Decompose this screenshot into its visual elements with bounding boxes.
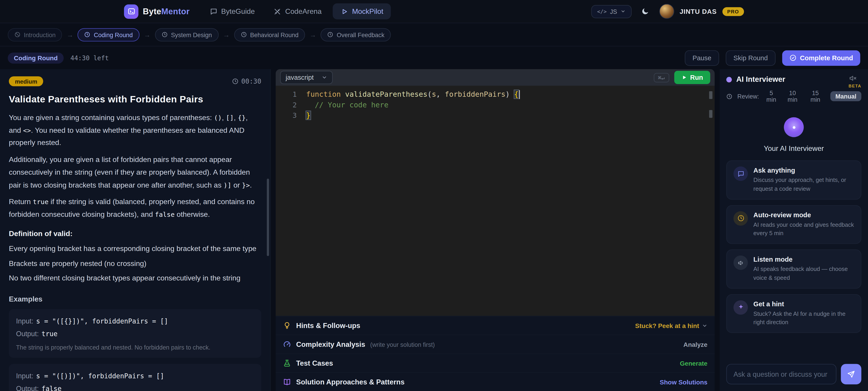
clock-icon (241, 31, 247, 38)
run-button[interactable]: Run (674, 71, 710, 84)
step-coding-round[interactable]: Coding Round (78, 28, 140, 41)
arrow-icon: → (223, 31, 229, 38)
language-selector[interactable]: </> JS (591, 5, 631, 18)
theme-toggle[interactable] (637, 3, 653, 20)
difficulty-badge: medium (9, 76, 43, 86)
output-label: Output: (16, 330, 39, 338)
card-title: Listen mode (753, 256, 854, 263)
round-control-bar: Coding Round 44:30 left Pause Skip Round… (0, 46, 868, 69)
review-label: Review: (737, 93, 759, 99)
nav-codearena[interactable]: CodeArena (266, 3, 329, 20)
arrow-icon: → (310, 31, 316, 38)
problem-title: Validate Parentheses with Forbidden Pair… (9, 94, 261, 105)
nav-byteguide[interactable]: ByteGuide (202, 3, 262, 20)
analyze-label: Analyze (683, 341, 708, 348)
primary-nav: ByteGuide CodeArena MockPilot (202, 3, 391, 20)
problem-paragraph: You are given a string containing variou… (9, 112, 261, 149)
example-output: true (41, 330, 58, 338)
card-desc: AI speaks feedback aloud — choose voice … (753, 265, 854, 282)
play-icon (681, 75, 687, 80)
mute-button[interactable]: BETA (848, 74, 861, 88)
show-solutions-button[interactable]: Show Solutions (660, 379, 708, 385)
chevron-down-icon (702, 323, 708, 328)
step-introduction[interactable]: Introduction (8, 28, 62, 41)
nav-mockpilot[interactable]: MockPilot (333, 3, 391, 20)
problem-paragraph: Additionally, you are given a list of fo… (9, 154, 261, 191)
play-icon (340, 7, 348, 15)
listen-mode-card[interactable]: Listen mode AI speaks feedback aloud — c… (726, 250, 861, 288)
language-selector-value: JS (610, 8, 617, 14)
analyze-button[interactable]: Analyze (683, 341, 708, 348)
code-editor: javascript ⌘↵ Run 1 function validatePar… (276, 69, 715, 316)
send-button[interactable] (841, 364, 861, 384)
speaker-mute-icon (848, 74, 861, 83)
chat-bubble-icon (734, 166, 748, 181)
editor-language-select[interactable]: javascript (280, 71, 333, 84)
clock-icon (232, 78, 239, 85)
auto-review-card[interactable]: Auto-review mode AI reads your code and … (726, 205, 861, 244)
generate-tests-button[interactable]: Generate (680, 360, 708, 366)
beta-badge: BETA (848, 84, 861, 89)
complexity-section[interactable]: Complexity Analysis (write your solution… (276, 335, 715, 353)
card-title: Auto-review mode (753, 211, 854, 219)
step-overall-feedback[interactable]: Overall Feedback (321, 28, 391, 41)
hints-section[interactable]: Hints & Follow-ups Stuck? Peek at a hint (276, 316, 715, 335)
book-icon (283, 378, 291, 386)
card-title: Get a hint (753, 300, 854, 307)
rule-line: Brackets are properly nested (no crossin… (9, 258, 261, 269)
gauge-icon (283, 340, 291, 349)
pause-button[interactable]: Pause (685, 50, 719, 65)
nav-byteguide-label: ByteGuide (221, 7, 255, 15)
get-hint-card[interactable]: Get a hint Stuck? Ask the AI for a nudge… (726, 294, 861, 333)
rule-line: Every opening bracket has a correspondin… (9, 243, 261, 255)
clock-icon (734, 211, 748, 225)
flask-icon (283, 359, 291, 367)
test-cases-title: Test Cases (296, 359, 333, 367)
ask-anything-card[interactable]: Ask anything Discuss your approach, get … (726, 160, 861, 199)
bytementor-logo-icon (124, 4, 138, 18)
review-10min-option[interactable]: 10 min (784, 90, 802, 103)
clock-icon (161, 31, 167, 38)
problem-timer: 00:30 (232, 77, 261, 85)
avatar[interactable] (659, 4, 674, 19)
review-interval-row: Review: 5 min 10 min 15 min Manual (726, 90, 861, 103)
ai-question-input[interactable] (726, 364, 836, 384)
step-system-design[interactable]: System Design (155, 28, 219, 41)
code-line: 3 } (276, 110, 715, 121)
speaker-icon (734, 256, 748, 270)
run-shortcut-hint: ⌘↵ (653, 73, 669, 82)
skip-round-button[interactable]: Skip Round (725, 50, 775, 65)
solutions-section[interactable]: Solution Approaches & Patterns Show Solu… (276, 372, 715, 391)
step-behavioral-round[interactable]: Behavioral Round (234, 28, 305, 41)
problem-paragraph: Return true if the string is valid (bala… (9, 196, 261, 221)
user-name: JINTU DAS (680, 7, 716, 15)
input-label: Input: (16, 318, 33, 325)
chevron-down-icon (321, 75, 327, 80)
problem-timer-value: 00:30 (241, 77, 261, 85)
code-area[interactable]: 1 function validateParentheses(s, forbid… (276, 86, 715, 316)
card-title: Ask anything (753, 166, 854, 174)
code-line: 2 // Your code here (276, 99, 715, 110)
step-label: System Design (171, 31, 212, 38)
brand[interactable]: ByteMentor (124, 4, 190, 18)
step-label: Behavioral Round (250, 31, 299, 38)
ai-interviewer-panel: AI Interviewer BETA Review: 5 min 10 min… (720, 69, 868, 391)
review-manual-option[interactable]: Manual (830, 91, 861, 101)
review-5min-option[interactable]: 5 min (764, 90, 778, 103)
scrollbar-thumb[interactable] (267, 179, 269, 256)
generate-label: Generate (680, 360, 708, 366)
step-label: Introduction (24, 31, 56, 38)
problem-panel: medium 00:30 Validate Parentheses with F… (0, 69, 271, 391)
example-output: false (41, 385, 61, 391)
review-15min-option[interactable]: 15 min (806, 90, 824, 103)
code-icon: </> (597, 8, 607, 14)
run-label: Run (690, 74, 703, 81)
minimap-mark (709, 91, 712, 99)
complete-round-button[interactable]: Complete Round (782, 50, 860, 65)
test-cases-section[interactable]: Test Cases Generate (276, 353, 715, 372)
complete-round-label: Complete Round (800, 54, 853, 62)
peek-hint-button[interactable]: Stuck? Peek at a hint (635, 322, 708, 329)
example-note: The string is properly balanced and nest… (16, 343, 254, 352)
ai-avatar (784, 117, 804, 137)
editor-language-value: javascript (286, 74, 314, 81)
